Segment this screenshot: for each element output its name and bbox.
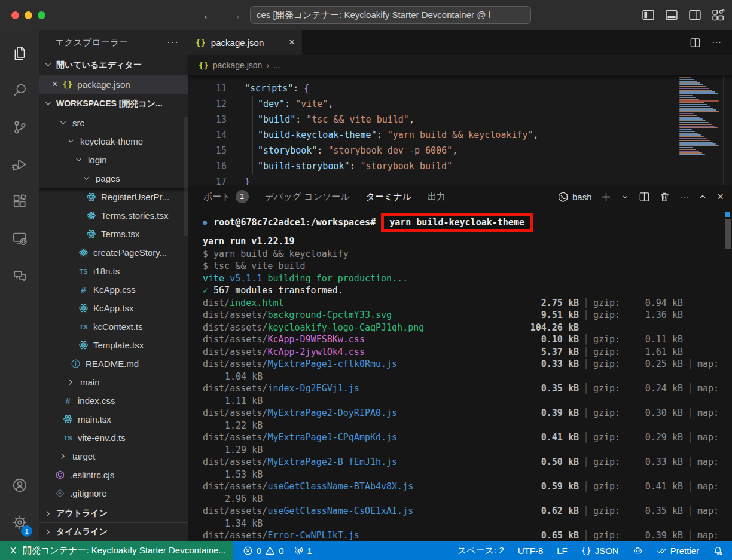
panel-more-actions-icon[interactable]: ··· <box>679 192 688 202</box>
problems-indicator[interactable]: 00 <box>243 546 284 556</box>
terminal[interactable]: ●root@678c7c2adce1:/workspaces#yarn buil… <box>188 208 732 541</box>
tree-item-i18n-ts[interactable]: TSi18n.ts <box>39 262 188 280</box>
tree-item-src[interactable]: src <box>39 114 188 132</box>
status-indentation[interactable]: スペース: 2 <box>458 545 504 556</box>
activity-settings[interactable]: 1 <box>0 504 39 541</box>
tree-item--eslintrc-cjs[interactable]: .eslintrc.cjs <box>39 466 188 484</box>
terminal-scrollbar[interactable] <box>725 212 731 249</box>
navigate-forward-icon[interactable]: → <box>230 8 242 22</box>
activity-source-control[interactable] <box>0 109 39 146</box>
tree-item-terms-tsx[interactable]: Terms.tsx <box>39 225 188 243</box>
tree-item-target[interactable]: target <box>39 447 188 466</box>
tree-item-keycloak-theme[interactable]: keycloak-theme <box>39 132 188 151</box>
chevron-up-icon[interactable] <box>697 191 708 202</box>
panel-tab-出力[interactable]: 出力 <box>428 191 446 203</box>
activity-extensions[interactable] <box>0 183 39 220</box>
tree-item-readme-md[interactable]: README.md <box>39 354 188 373</box>
activity-run-debug[interactable] <box>0 146 39 183</box>
tree-item-label: main <box>80 377 100 387</box>
tree-item-main[interactable]: main <box>39 373 188 391</box>
open-editor-package-json[interactable]: × {} package.json <box>39 75 188 94</box>
activity-remote-explorer[interactable] <box>0 220 39 257</box>
workspace-section[interactable]: WORKSPACES [開発コン... <box>39 94 188 114</box>
terminal-map-size-line: 1.34 kB <box>203 518 727 530</box>
code-line-text: "build-storybook": "storybook build" <box>227 158 452 174</box>
tree-item-pages[interactable]: pages <box>39 169 188 188</box>
status-copilot[interactable] <box>633 546 643 556</box>
activity-comments[interactable] <box>0 257 39 294</box>
open-editors-section[interactable]: 開いているエディター <box>39 55 188 75</box>
tree-item-label: pages <box>96 173 120 183</box>
panel-tab-ポート[interactable]: ポート1 <box>203 190 249 203</box>
terminal-map-size-line: 1.22 kB <box>203 420 727 432</box>
tree-item-kcapp-tsx[interactable]: KcApp.tsx <box>39 299 188 317</box>
tree-item-terms-stories-tsx[interactable]: Terms.stories.tsx <box>39 206 188 225</box>
chevron-right-icon <box>58 451 68 461</box>
close-tab-icon[interactable]: × <box>289 36 295 48</box>
tree-item--gitignore[interactable]: .gitignore <box>39 484 188 503</box>
breadcrumb-tail[interactable]: ... <box>273 60 280 70</box>
close-icon[interactable]: × <box>52 79 57 90</box>
ports-indicator[interactable]: 1 <box>294 546 312 556</box>
outline-section[interactable]: アウトライン <box>39 504 188 522</box>
tree-item-label: .gitignore <box>70 488 107 498</box>
chevron-down-icon <box>74 155 84 165</box>
activity-explorer[interactable] <box>0 35 39 72</box>
terminal-build-output-row: dist/assets/useGetClassName-BTAb4v8X.js0… <box>203 481 727 493</box>
panel-tab-label: ターミナル <box>366 191 411 203</box>
tree-item-createpagestory-[interactable]: createPageStory... <box>39 243 188 262</box>
plus-icon[interactable] <box>600 191 612 203</box>
status-eol[interactable]: LF <box>557 546 568 556</box>
tree-item-template-tsx[interactable]: Template.tsx <box>39 336 188 354</box>
tree-item-registeruserpr-[interactable]: RegisterUserPr... <box>39 188 188 206</box>
toggle-secondary-sidebar-icon[interactable] <box>688 8 702 22</box>
toggle-primary-sidebar-icon[interactable] <box>642 8 655 22</box>
close-window-button[interactable] <box>11 11 19 19</box>
zoom-window-button[interactable] <box>38 11 45 19</box>
activity-search[interactable] <box>0 72 39 109</box>
timeline-section[interactable]: タイムライン <box>39 522 188 541</box>
remote-icon <box>8 546 18 555</box>
toggle-panel-icon[interactable] <box>665 8 678 22</box>
panel-close-icon[interactable]: × <box>717 191 724 203</box>
warnings-count: 0 <box>279 546 283 556</box>
explorer-more-actions-icon[interactable]: ··· <box>167 36 179 48</box>
terminal-build-output-row: dist/assets/KcApp-2jywlOk4.css5.37 kB│gz… <box>203 346 727 359</box>
terminal-build-output-row: dist/assets/MyExtraPage2-B_fEmJ1h.js0.50… <box>203 456 727 469</box>
remote-indicator[interactable]: 開発コンテナー: Keycloakify Starter Devcontaine… <box>0 541 233 560</box>
minimize-window-button[interactable] <box>25 11 32 19</box>
activity-account[interactable] <box>0 467 39 504</box>
trash-icon[interactable] <box>659 191 670 203</box>
tab-package-json[interactable]: {} package.json × <box>188 30 302 55</box>
code-editor[interactable]: ✓ ···11"scripts": {12"dev": "vite",13"bu… <box>188 75 732 185</box>
tree-item-index-css[interactable]: #index.css <box>39 391 188 410</box>
code-line: 13"build": "tsc && vite build", <box>188 112 732 127</box>
editor-more-actions-icon[interactable]: ··· <box>712 37 721 48</box>
panel-tab-デバッグ コンソール[interactable]: デバッグ コンソール <box>265 191 350 203</box>
tree-item-kcapp-css[interactable]: #KcApp.css <box>39 280 188 299</box>
tree-item-main-tsx[interactable]: main.tsx <box>39 410 188 429</box>
tree-item-vite-env-d-ts[interactable]: TSvite-env.d.ts <box>39 429 188 447</box>
panel-tab-ターミナル[interactable]: ターミナル <box>366 191 411 203</box>
status-encoding[interactable]: UTF-8 <box>518 546 544 556</box>
customize-layout-icon[interactable] <box>712 8 725 22</box>
breadcrumb-file[interactable]: package.json <box>213 60 263 70</box>
status-language-mode[interactable]: {}JSON <box>581 546 619 556</box>
minimap[interactable] <box>679 77 722 156</box>
status-notifications[interactable] <box>713 546 723 556</box>
navigate-back-icon[interactable]: ← <box>202 8 214 22</box>
chevron-down-small-icon[interactable] <box>621 192 630 201</box>
sidebar-scrollbar[interactable] <box>184 117 188 236</box>
typescript-file-icon: TS <box>62 434 74 442</box>
tree-item-kccontext-ts[interactable]: TSkcContext.ts <box>39 317 188 336</box>
split-icon[interactable] <box>639 191 650 203</box>
shell-selector[interactable]: bash <box>557 191 592 203</box>
split-editor-icon[interactable] <box>690 37 701 48</box>
explorer-sidebar: エクスプローラー ··· 開いているエディター × {} package.jso… <box>39 30 188 541</box>
chevron-down-icon <box>58 118 68 128</box>
scrollbar-thumb[interactable] <box>725 219 731 249</box>
tree-item-login[interactable]: login <box>39 151 188 169</box>
command-center-title[interactable]: ces [開発コンテナー: Keycloakify Starter Devcon… <box>250 6 531 24</box>
editor-scrollbar[interactable] <box>723 75 732 185</box>
status-formatter[interactable]: Prettier <box>657 546 699 556</box>
